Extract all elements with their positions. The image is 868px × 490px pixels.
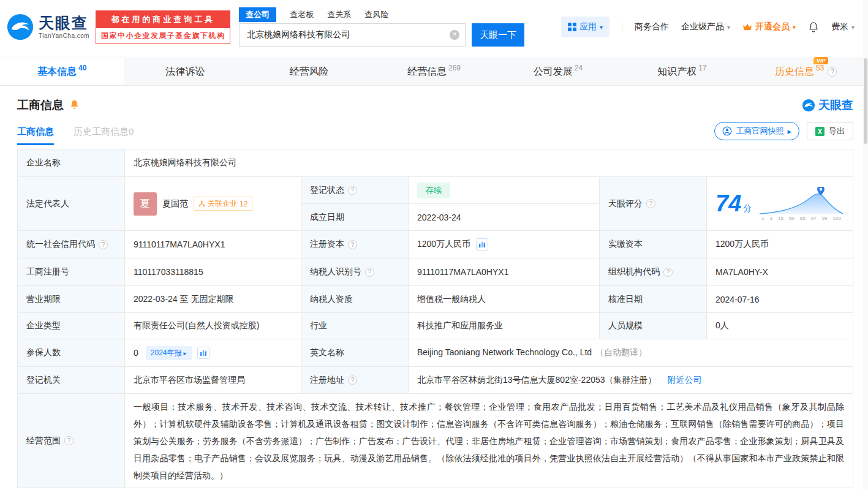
promo-line1: 都在用的商业查询工具: [96, 11, 230, 28]
field-label-taxpayer-id: 纳税人识别号?: [301, 258, 409, 286]
search-tab-company[interactable]: 查公司: [239, 7, 276, 22]
tianyancha-logo-icon: [802, 99, 815, 112]
apps-grid-icon: [568, 23, 576, 31]
help-icon[interactable]: ?: [348, 240, 357, 249]
field-label-staff-size: 人员规模: [600, 313, 707, 339]
user-menu[interactable]: 费米 ▾: [831, 21, 855, 32]
search-area: 查公司 查老板 查关系 查风险 × 天眼一下: [239, 7, 524, 47]
chevron-down-icon: ▾: [793, 24, 796, 31]
legal-rep-value: 夏 夏国范 关联企业 12: [125, 177, 301, 231]
field-label-industry: 行业: [301, 313, 409, 339]
notifications-button[interactable]: [808, 21, 819, 32]
legal-rep-avatar[interactable]: 夏: [134, 192, 157, 216]
help-icon[interactable]: ?: [365, 268, 374, 277]
taxpayer-quality-value: 增值税一般纳税人: [409, 286, 600, 313]
subtab-business-info[interactable]: 工商信息: [17, 126, 54, 145]
brand-name: 天眼查: [39, 15, 89, 32]
section-header: 工商信息 天眼查: [17, 97, 853, 113]
nav-enterprise-products[interactable]: 企业级产品 ▾: [681, 21, 730, 32]
search-input[interactable]: [239, 23, 466, 47]
tianyancha-logo-icon: [6, 13, 34, 41]
notification-bell-icon: [808, 21, 819, 32]
reg-authority-value: 北京市平谷区市场监督管理局: [125, 367, 301, 394]
legal-rep-name-link[interactable]: 夏国范: [162, 198, 188, 209]
tab-operation-info[interactable]: 经营信息269: [372, 58, 496, 85]
search-type-tabs: 查公司 查老板 查关系 查风险: [239, 7, 524, 21]
search-tab-boss[interactable]: 查老板: [290, 9, 314, 20]
company-type-value: 有限责任公司(自然人投资或控股): [125, 313, 301, 339]
official-snapshot-button[interactable]: 工商官网快照 ▸: [714, 122, 799, 140]
scrollbar-thumb[interactable]: [864, 58, 867, 144]
field-label-taxpayer-quality: 纳税人资质: [301, 286, 409, 313]
related-companies-badge[interactable]: 关联企业 12: [194, 197, 252, 211]
help-icon[interactable]: ?: [348, 375, 357, 385]
field-label-approval-date: 核准日期: [600, 286, 707, 313]
reg-number-value: 110117033118815: [125, 258, 301, 286]
help-icon[interactable]: ?: [99, 240, 108, 249]
field-label-tianyan-score: 天眼评分?: [600, 177, 707, 231]
chevron-down-icon: ▾: [727, 24, 730, 31]
tianyancha-logo[interactable]: 天眼查 TianYanCha.com: [6, 13, 89, 41]
help-icon[interactable]: ?: [828, 67, 837, 77]
promo-line2: 国家中小企业发展子基金旗下机构: [96, 28, 230, 43]
business-info-table: 企业名称 北京桃娘网络科技有限公司 法定代表人 夏 夏国范 关联企业 12 登记…: [17, 149, 853, 488]
tab-operation-risk[interactable]: 经营风险: [248, 58, 372, 85]
export-button[interactable]: 导出: [807, 122, 853, 140]
staff-size-value: 0人: [707, 313, 853, 339]
field-label-reg-address: 注册地址?: [301, 367, 409, 394]
apps-menu[interactable]: 应用 ▾: [561, 17, 609, 37]
search-button[interactable]: 天眼一下: [472, 23, 524, 47]
nearby-companies-link[interactable]: 附近公司: [667, 375, 701, 385]
help-icon[interactable]: ?: [646, 199, 655, 208]
company-section-tabs: 基本信息40 法律诉讼 经营风险 经营信息269 公司发展24 知识产权17 V…: [0, 58, 868, 86]
company-name-value: 北京桃娘网络科技有限公司: [125, 149, 853, 177]
taxpayer-id-value: 91110117MA7LA0HYX1: [409, 258, 600, 286]
subscribe-bell-icon[interactable]: [69, 99, 80, 112]
search-tab-risk[interactable]: 查风险: [364, 9, 388, 20]
tab-legal-litigation[interactable]: 法律诉讼: [124, 58, 247, 85]
help-icon[interactable]: ?: [64, 436, 74, 445]
field-label-reg-number: 工商注册号: [18, 258, 125, 286]
field-label-org-code: 组织机构代码?: [600, 258, 707, 286]
top-header: 天眼查 TianYanCha.com 都在用的商业查询工具 国家中小企业发展子基…: [0, 0, 868, 54]
business-term-value: 2022-03-24 至 无固定期限: [125, 286, 301, 313]
tab-history-info[interactable]: VIP 历史信息53 ?: [744, 58, 868, 85]
insured-value: 0 2024年报▸: [125, 339, 301, 367]
tab-basic-info[interactable]: 基本信息40: [0, 58, 124, 85]
crown-icon: [742, 23, 752, 31]
industry-value: 科技推广和应用服务业: [409, 313, 600, 339]
field-label-company-type: 企业类型: [18, 313, 125, 339]
paid-capital-value: 1200万人民币: [707, 231, 853, 258]
field-label-reg-status: 登记状态?: [301, 177, 409, 204]
tianyan-score-value: 74分: [707, 177, 853, 231]
tab-company-development[interactable]: 公司发展24: [496, 58, 620, 85]
search-tab-relation[interactable]: 查关系: [327, 9, 351, 20]
tab-intellectual-property[interactable]: 知识产权17: [620, 58, 744, 85]
english-name-value: Beijing Taoniang Network Technology Co.,…: [409, 339, 853, 367]
field-label-business-term: 营业期限: [18, 286, 125, 313]
insured-detail-icon[interactable]: [197, 347, 209, 359]
scrollbar-track: [863, 0, 868, 490]
field-label-business-scope: 经营范围?: [18, 394, 125, 488]
field-label-establish-date: 成立日期: [301, 204, 409, 231]
help-icon[interactable]: ?: [663, 268, 673, 277]
nav-cooperation[interactable]: 商务合作: [635, 21, 669, 32]
annual-report-badge[interactable]: 2024年报▸: [146, 346, 192, 360]
excel-icon: [815, 127, 825, 136]
help-icon[interactable]: ?: [348, 186, 357, 195]
field-label-reg-capital: 注册资本?: [301, 231, 409, 258]
score-distribution-chart: 13 1550 8597 99100: [758, 187, 844, 221]
username: 费米: [831, 21, 848, 32]
arrow-right-icon: ▸: [787, 127, 791, 136]
arrow-right-icon: ▸: [184, 350, 187, 356]
top-nav: 应用 ▾ 商务合作 企业级产品 ▾ 开通会员 ▾ 费米 ▾: [561, 17, 855, 37]
promo-banner: 都在用的商业查询工具 国家中小企业发展子基金旗下机构: [96, 10, 230, 44]
snapshot-badge-icon: [722, 126, 732, 136]
chevron-down-icon: ▾: [851, 24, 855, 31]
nav-open-vip[interactable]: 开通会员 ▾: [742, 21, 796, 32]
field-label-paid-capital: 实缴资本: [600, 231, 707, 258]
capital-detail-icon[interactable]: [476, 238, 488, 251]
subtab-history-business-info[interactable]: 历史工商信息0: [74, 126, 134, 145]
reg-status-value: 存续: [409, 177, 600, 204]
chevron-down-icon: ▾: [600, 24, 603, 31]
